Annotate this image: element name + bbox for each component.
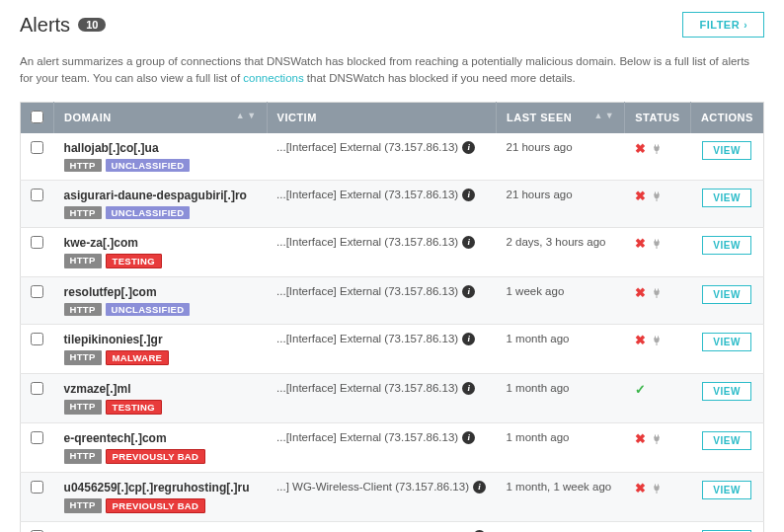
domain-cell: mojewelry[.]grHTTPCOMPROMISED WEBSITE bbox=[54, 521, 267, 532]
actions-cell: VIEW bbox=[690, 373, 763, 422]
table-row: e-qreentech[.]comHTTPPREVIOUSLY BAD...[I… bbox=[21, 422, 764, 472]
header-last-seen[interactable]: LAST SEEN ▲▼ bbox=[496, 102, 624, 133]
sort-arrows-icon: ▲▼ bbox=[236, 112, 257, 120]
status-cell: ✖ bbox=[625, 133, 691, 181]
view-button[interactable]: VIEW bbox=[702, 382, 751, 401]
domain-name: u0456259[.]cp[.]regruhosting[.]ru bbox=[64, 481, 257, 494]
check-icon: ✓ bbox=[635, 382, 646, 397]
header-victim[interactable]: VICTIM bbox=[267, 102, 496, 133]
victim-cell: ...[Interface] External (73.157.86.13)i bbox=[267, 422, 496, 472]
desc-part2: that DNSWatch has blocked if you need mo… bbox=[304, 72, 576, 84]
page-description: An alert summarizes a group of connectio… bbox=[20, 53, 764, 88]
last-seen-cell: 21 hours ago bbox=[496, 180, 624, 227]
last-seen-cell: 2 days, 3 hours ago bbox=[496, 227, 624, 276]
view-button[interactable]: VIEW bbox=[702, 285, 751, 304]
x-icon: ✖ bbox=[635, 189, 646, 203]
domain-cell: kwe-za[.]comHTTPTESTING bbox=[54, 227, 267, 276]
victim-text: ...[Interface] External (73.157.86.13) bbox=[276, 333, 458, 344]
plug-icon bbox=[650, 143, 664, 155]
last-seen-cell: 1 month, 1 week ago bbox=[496, 472, 624, 521]
info-icon[interactable]: i bbox=[462, 382, 475, 395]
status-cell: ✓ bbox=[625, 373, 691, 422]
header-domain[interactable]: DOMAIN ▲▼ bbox=[54, 102, 267, 133]
http-tag: HTTP bbox=[64, 400, 102, 415]
filter-button[interactable]: FILTER › bbox=[682, 12, 764, 38]
info-icon[interactable]: i bbox=[462, 431, 475, 444]
row-checkbox-cell bbox=[21, 521, 54, 532]
info-icon[interactable]: i bbox=[462, 333, 475, 345]
row-checkbox-cell bbox=[21, 276, 54, 324]
row-checkbox-cell bbox=[21, 373, 54, 422]
http-tag: HTTP bbox=[64, 254, 102, 268]
row-checkbox[interactable] bbox=[31, 189, 43, 201]
header-victim-label: VICTIM bbox=[277, 112, 317, 123]
actions-cell: VIEW bbox=[690, 472, 763, 521]
domain-cell: asigurari-daune-despagubiri[.]roHTTPUNCL… bbox=[54, 180, 267, 227]
view-button[interactable]: VIEW bbox=[702, 431, 751, 450]
x-icon: ✖ bbox=[635, 431, 646, 446]
view-button[interactable]: VIEW bbox=[702, 236, 751, 255]
status-cell: ✖ bbox=[625, 227, 691, 276]
actions-cell: VIEW bbox=[690, 180, 763, 227]
x-icon: ✖ bbox=[635, 141, 646, 156]
victim-text: ...[Interface] External (73.157.86.13) bbox=[276, 382, 458, 394]
unclassified-tag: UNCLASSIFIED bbox=[106, 206, 191, 219]
unclassified-tag: UNCLASSIFIED bbox=[106, 303, 191, 316]
domain-name: resolutfep[.]com bbox=[64, 285, 257, 299]
actions-cell: VIEW bbox=[690, 276, 763, 324]
plug-icon bbox=[650, 433, 664, 445]
view-button[interactable]: VIEW bbox=[702, 333, 751, 351]
view-button[interactable]: VIEW bbox=[702, 189, 751, 207]
domain-name: hallojab[.]co[.]ua bbox=[64, 141, 257, 155]
row-checkbox[interactable] bbox=[31, 431, 43, 444]
header-status[interactable]: STATUS bbox=[625, 102, 691, 133]
domain-cell: tilepikinonies[.]grHTTPMALWARE bbox=[54, 324, 267, 373]
victim-text: ...[Interface] External (73.157.86.13) bbox=[276, 236, 458, 248]
connections-link[interactable]: connections bbox=[243, 72, 303, 84]
info-icon[interactable]: i bbox=[462, 189, 475, 201]
table-row: resolutfep[.]comHTTPUNCLASSIFIED...[Inte… bbox=[21, 276, 764, 324]
row-checkbox[interactable] bbox=[31, 481, 43, 494]
table-row: tilepikinonies[.]grHTTPMALWARE...[Interf… bbox=[21, 324, 764, 373]
info-icon[interactable]: i bbox=[473, 481, 486, 494]
table-row: asigurari-daune-despagubiri[.]roHTTPUNCL… bbox=[21, 180, 764, 227]
http-tag: HTTP bbox=[64, 449, 102, 464]
filter-label: FILTER bbox=[699, 19, 740, 31]
row-checkbox[interactable] bbox=[31, 382, 43, 395]
header-checkbox-cell bbox=[21, 102, 54, 133]
victim-text: ...[Interface] External (73.157.86.13) bbox=[276, 189, 458, 200]
http-tag: HTTP bbox=[64, 498, 102, 513]
http-tag: HTTP bbox=[64, 206, 102, 219]
testing-tag: TESTING bbox=[106, 254, 162, 268]
sort-arrows-icon: ▲▼ bbox=[593, 112, 614, 120]
actions-cell: VIEW bbox=[690, 324, 763, 373]
row-checkbox[interactable] bbox=[31, 333, 43, 345]
domain-cell: hallojab[.]co[.]uaHTTPUNCLASSIFIED bbox=[54, 133, 267, 181]
victim-cell: ...] WG-Wireless-Client (73.157.86.13)i bbox=[267, 472, 496, 521]
info-icon[interactable]: i bbox=[462, 285, 475, 298]
view-button[interactable]: VIEW bbox=[702, 141, 751, 160]
select-all-checkbox[interactable] bbox=[31, 111, 43, 123]
last-seen-cell: 1 month ago bbox=[496, 373, 624, 422]
domain-name: e-qreentech[.]com bbox=[64, 431, 257, 445]
info-icon[interactable]: i bbox=[462, 236, 475, 249]
domain-name: vzmaze[.]ml bbox=[64, 382, 257, 396]
malware-tag: MALWARE bbox=[106, 350, 170, 365]
x-icon: ✖ bbox=[635, 285, 646, 300]
x-icon: ✖ bbox=[635, 481, 646, 495]
header-domain-label: DOMAIN bbox=[64, 112, 112, 123]
plug-icon bbox=[650, 335, 664, 346]
plug-icon bbox=[650, 190, 664, 202]
last-seen-cell: 1 month, 1 week ago bbox=[496, 521, 624, 532]
status-cell: ✖ bbox=[625, 521, 691, 532]
victim-cell: ...[Interface] External (73.157.86.13)i bbox=[267, 276, 496, 324]
row-checkbox[interactable] bbox=[31, 285, 43, 298]
info-icon[interactable]: i bbox=[462, 141, 475, 154]
plug-icon bbox=[650, 483, 664, 494]
testing-tag: TESTING bbox=[106, 400, 162, 415]
row-checkbox[interactable] bbox=[31, 236, 43, 249]
row-checkbox[interactable] bbox=[31, 141, 43, 154]
page-title: Alerts 10 bbox=[20, 14, 106, 37]
view-button[interactable]: VIEW bbox=[702, 481, 751, 499]
domain-name: asigurari-daune-despagubiri[.]ro bbox=[64, 189, 257, 202]
